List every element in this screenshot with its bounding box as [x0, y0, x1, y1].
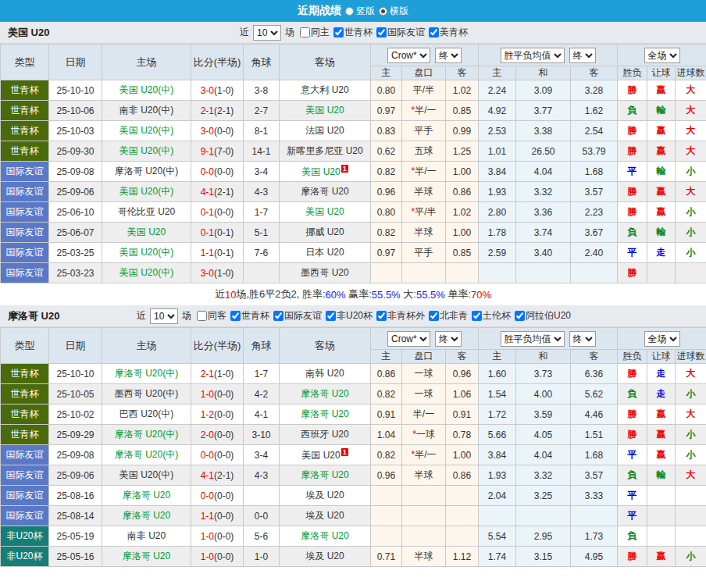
handicap-cell [402, 506, 446, 526]
checkbox[interactable] [472, 311, 482, 321]
avg-draw-cell: 3.32 [516, 465, 571, 486]
recent-count-select[interactable]: 10 [150, 308, 178, 324]
result-wdl-cell: 平 [618, 445, 647, 465]
competition-type-cell: 世青杯 [1, 364, 49, 384]
same-venue-checkbox[interactable]: 同主 [297, 26, 330, 39]
home-team-cell: 美国 U20(中) [102, 182, 191, 202]
competition-checkbox[interactable]: 美青杯 [426, 26, 468, 39]
fulltime-score: 3-0 [201, 126, 214, 137]
column-header-type: 类型 [1, 45, 49, 80]
crow-company-select[interactable]: Crow* [387, 48, 430, 63]
checkbox[interactable] [230, 311, 241, 321]
layout-radio-vertical[interactable]: 竖版 [345, 5, 375, 18]
crow-home-odds-cell: 0.80 [371, 202, 402, 223]
checkbox[interactable] [300, 27, 310, 37]
avg-home-cell: 1.93 [479, 465, 516, 486]
sub-column-header: 客 [446, 350, 479, 364]
checkbox[interactable] [376, 311, 387, 321]
checkbox[interactable] [515, 311, 525, 321]
checkbox[interactable] [376, 27, 387, 37]
result-handicap-cell: 贏 [647, 202, 676, 223]
radio-vertical-label: 竖版 [356, 5, 375, 18]
competition-checkbox[interactable]: 阿拉伯U20 [512, 309, 571, 323]
result-wdl-cell: 負 [618, 384, 647, 404]
final-odds-select[interactable]: 终 [435, 48, 462, 63]
fulltime-score: 9-1 [201, 146, 214, 157]
away-team-cell: 摩洛哥 U20 [280, 465, 371, 486]
away-team-cell: 西班牙 U20 [280, 425, 371, 445]
home-team-cell: 墨西哥 U20(中) [102, 384, 191, 404]
checkbox[interactable] [429, 311, 439, 321]
avg-home-cell: 2.59 [479, 243, 516, 263]
corner-cell: 0-0 [244, 506, 280, 526]
competition-checkbox[interactable]: 世青杯 [330, 26, 373, 39]
result-wdl-cell: 平 [618, 162, 647, 182]
avg-draw-cell: 26.50 [516, 141, 571, 162]
halftime-score: (0-0) [214, 450, 234, 461]
competition-checkbox[interactable]: 世青杯 [227, 309, 269, 323]
checkbox[interactable] [429, 27, 439, 37]
home-team-cell: 哥伦比亚 U20 [102, 202, 191, 223]
date-cell: 25-09-08 [49, 162, 102, 182]
competition-type-cell: 世青杯 [1, 384, 49, 404]
checkbox[interactable] [326, 311, 336, 321]
crow-company-select[interactable]: Crow* [387, 331, 430, 347]
radio-selected-icon[interactable] [379, 7, 387, 16]
fulltime-score: 1-0 [201, 551, 214, 562]
checkbox[interactable] [197, 311, 207, 321]
date-cell: 25-10-10 [49, 364, 102, 384]
final-odds-select[interactable]: 终 [435, 331, 462, 347]
result-goals-cell: 小 [676, 162, 706, 182]
handicap-text: 半/一 [413, 408, 434, 419]
halftime-score: (0-0) [214, 207, 234, 218]
avg-draw-cell: 3.73 [516, 364, 571, 384]
competition-type-cell: 国际友谊 [1, 182, 49, 202]
date-cell: 25-10-03 [49, 121, 102, 141]
competition-checkbox[interactable]: 国际友谊 [373, 26, 425, 39]
avg-odds-select[interactable]: 胜平负均值 [501, 48, 565, 63]
score-cell: 9-1(7-0) [191, 141, 244, 162]
summary-segment: 55.5% [372, 289, 401, 301]
fulltime-score: 1-1 [201, 511, 214, 522]
corner-cell: 2-7 [244, 101, 280, 121]
checkbox-label: 同主 [311, 26, 330, 39]
layout-radio-horizontal[interactable]: 横版 [379, 5, 408, 18]
avg-away-cell [571, 263, 618, 283]
avg-away-cell: 3.28 [571, 80, 618, 101]
scope-select[interactable]: 全场 [644, 331, 680, 347]
away-team-cell: 摩洛哥 U20 [280, 384, 371, 404]
scope-select[interactable]: 全场 [644, 48, 680, 63]
competition-checkbox[interactable]: 非U20杯 [323, 309, 373, 323]
sub-column-header: 客 [571, 66, 618, 80]
recent-count-select[interactable]: 10 [253, 25, 281, 41]
crow-home-odds-cell: 0.91 [371, 404, 402, 425]
final-odds-select[interactable]: 终 [569, 331, 596, 347]
checkbox[interactable] [333, 27, 344, 37]
avg-odds-select[interactable]: 胜平负均值 [501, 331, 565, 347]
final-odds-select[interactable]: 终 [569, 48, 596, 63]
competition-checkbox[interactable]: 土伦杯 [469, 309, 511, 323]
fulltime-score: 0-1 [201, 227, 214, 238]
halftime-score: (2-1) [214, 470, 234, 481]
competition-checkbox[interactable]: 国际友谊 [270, 309, 322, 323]
competition-checkbox[interactable]: 非青杯外 [373, 309, 425, 323]
same-venue-checkbox[interactable]: 同客 [194, 309, 226, 323]
handicap-cell [402, 486, 446, 506]
results-table: 类型日期主场比分(半场)角球客场Crow*终胜平负均值终全场主盘口客主和客胜负让… [0, 44, 706, 283]
competition-checkbox[interactable]: 北非青 [426, 309, 468, 323]
checkbox-label: 国际友谊 [387, 26, 425, 39]
avg-away-cell: 2.23 [571, 202, 618, 223]
avg-home-cell: 2.24 [479, 80, 516, 101]
games-label: 场 [285, 26, 294, 39]
halftime-score: (0-0) [214, 511, 234, 522]
crow-home-odds-cell: 0.96 [371, 182, 402, 202]
crow-away-odds-cell: 1.00 [446, 445, 479, 465]
home-team-cell: 美国 U20(中) [102, 80, 191, 101]
radio-unselected-icon[interactable] [345, 7, 354, 16]
handicap-cell: 一球 [402, 364, 446, 384]
crow-home-odds-cell: 0.97 [371, 243, 402, 263]
checkbox[interactable] [273, 311, 283, 321]
corner-cell: 4-3 [244, 182, 280, 202]
result-wdl-cell: 勝 [618, 404, 647, 425]
away-team-cell: 摩洛哥 U20 [280, 404, 371, 425]
